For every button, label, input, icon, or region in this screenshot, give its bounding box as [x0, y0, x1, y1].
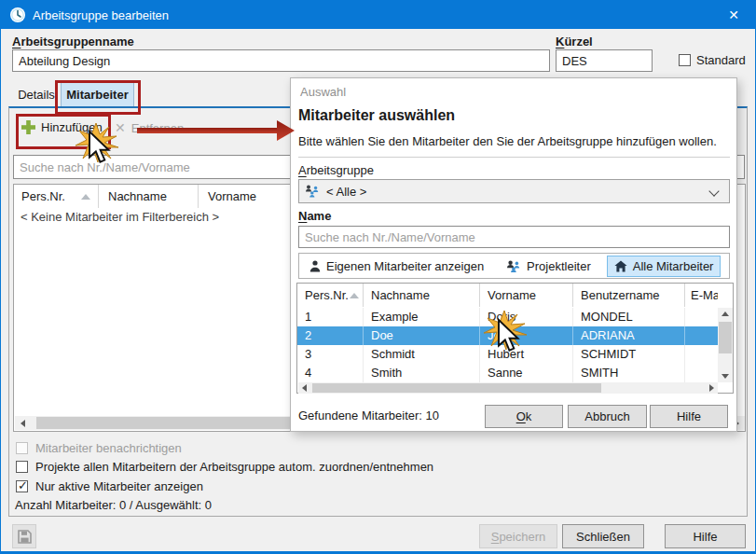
- filter-all-employees[interactable]: Alle Mitarbeiter: [607, 256, 722, 277]
- window-title: Arbeitsgruppe bearbeiten: [33, 8, 169, 22]
- active-only-label: Nur aktive Mitarbeiter anzeigen: [35, 479, 203, 493]
- kurzel-label: Kürzel: [556, 35, 593, 48]
- home-icon: [614, 260, 627, 272]
- team-icon: [305, 185, 320, 198]
- overlay-name-label: Name: [298, 209, 331, 223]
- scroll-right-icon[interactable]: [709, 384, 714, 392]
- overlay-heading: Mitarbeiter auswählen: [298, 107, 455, 124]
- tab-details[interactable]: Details: [12, 82, 61, 106]
- col-nachname[interactable]: Nachname: [364, 284, 480, 307]
- scroll-left-icon[interactable]: [302, 384, 307, 392]
- col-email[interactable]: E-Mail: [685, 284, 718, 307]
- col-vorname[interactable]: Vorname: [480, 284, 573, 307]
- close-button[interactable]: Schließen: [562, 524, 644, 548]
- workgroup-dropdown-value: < Alle >: [326, 185, 366, 199]
- click-cursor-selected-row: [478, 309, 536, 367]
- sort-asc-icon: [81, 194, 90, 200]
- annotation-arrow-right: [137, 118, 296, 144]
- checkmark-icon: ✓: [18, 478, 28, 492]
- person-icon: [309, 260, 321, 272]
- overlay-group-label: Arbeitsgruppe: [298, 163, 374, 177]
- app-clock-icon: [9, 7, 26, 23]
- workgroup-name-input[interactable]: [12, 49, 550, 72]
- main-col-nachname[interactable]: Nachname: [99, 185, 199, 208]
- main-table-empty-text: < Keine Mitarbeiter im Filterbereich >: [21, 210, 219, 224]
- workgroup-name-label: Arbeitsgruppenname: [12, 35, 134, 48]
- overlay-help-button[interactable]: Hilfe: [650, 405, 728, 428]
- scroll-down-icon[interactable]: [722, 374, 729, 379]
- overlay-hscroll-thumb[interactable]: [312, 383, 601, 393]
- close-icon[interactable]: ✕: [712, 1, 755, 29]
- cancel-button[interactable]: Abbruch: [568, 405, 647, 428]
- counts-text: Anzahl Mitarbeiter: 0 / Ausgewählt: 0: [15, 498, 212, 512]
- help-button[interactable]: Hilfe: [665, 524, 746, 548]
- col-benutzername[interactable]: Benutzername: [573, 284, 685, 307]
- filter-project-leaders[interactable]: Projektleiter: [500, 256, 598, 276]
- standard-checkbox[interactable]: [679, 54, 691, 66]
- sort-asc-icon: [350, 293, 359, 298]
- overlay-vertical-scrollbar[interactable]: [718, 308, 733, 382]
- ok-button[interactable]: Ok: [485, 405, 563, 428]
- filter-own-employees[interactable]: Eigenen Mitarbeiter anzeigen: [303, 256, 490, 276]
- kurzel-input[interactable]: [556, 49, 653, 72]
- title-bar: Arbeitsgruppe bearbeiten ✕: [1, 1, 755, 29]
- save-icon-button[interactable]: [12, 524, 36, 548]
- notify-label: Mitarbeiter benachrichtigen: [35, 441, 182, 455]
- standard-label: Standard: [696, 53, 746, 67]
- notify-checkbox[interactable]: [16, 442, 28, 454]
- workgroup-dropdown[interactable]: < Alle >: [298, 179, 730, 203]
- annotation-box-mitarbeiter-tab: [55, 80, 141, 115]
- active-only-checkbox[interactable]: ✓: [16, 480, 28, 492]
- click-cursor-add-button: [72, 119, 126, 175]
- select-employee-dialog: Auswahl Mitarbeiter auswählen Bitte wähl…: [290, 77, 737, 432]
- chevron-down-icon: [708, 186, 719, 196]
- edit-workgroup-dialog: Arbeitsgruppe bearbeiten ✕ Arbeitsgruppe…: [0, 0, 756, 554]
- scroll-left-icon[interactable]: [21, 420, 25, 427]
- group-icon: [506, 260, 521, 272]
- save-button[interactable]: Speichern: [479, 524, 557, 548]
- overlay-search-input[interactable]: [298, 226, 730, 248]
- auto-assign-label: Projekte allen Mitarbeitern der Arbeitsg…: [35, 460, 433, 474]
- floppy-disk-icon: [18, 530, 32, 544]
- overlay-vscroll-thumb[interactable]: [719, 322, 732, 353]
- found-count-text: Gefundene Mitarbeiter: 10: [298, 409, 439, 422]
- filter-toggle-bar: Eigenen Mitarbeiter anzeigen Projektleit…: [298, 253, 730, 279]
- overlay-horizontal-scrollbar[interactable]: [298, 382, 718, 394]
- overlay-description: Bitte wählen Sie den Mitarbeiter den Sie…: [298, 134, 717, 148]
- scroll-up-icon[interactable]: [722, 312, 729, 316]
- divider: [298, 157, 730, 158]
- auto-assign-checkbox[interactable]: [16, 461, 28, 473]
- overlay-window-title: Auswahl: [300, 85, 346, 99]
